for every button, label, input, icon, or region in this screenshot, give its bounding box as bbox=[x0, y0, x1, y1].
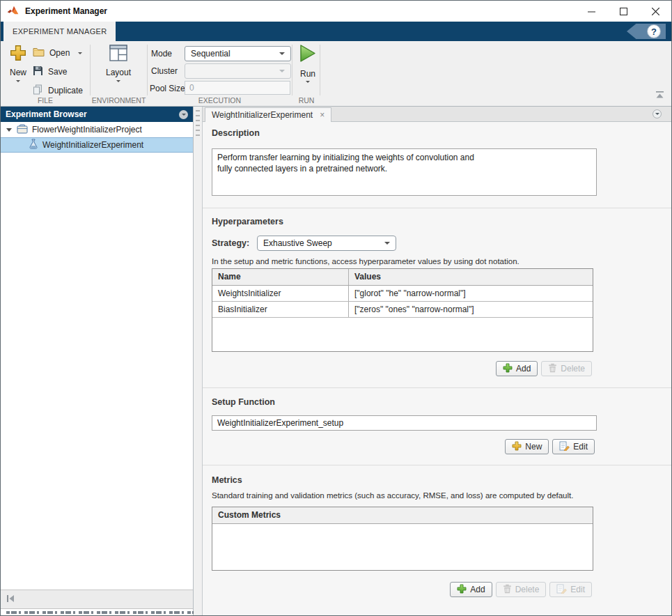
table-row[interactable]: WeightsInitializer ["glorot" "he" "narro… bbox=[212, 286, 593, 302]
experiment-browser-header: Experiment Browser bbox=[1, 107, 193, 122]
ribbon-tab-bar: EXPERIMENT MANAGER ? bbox=[1, 22, 671, 41]
save-button-label: Save bbox=[48, 67, 67, 77]
new-plus-icon bbox=[10, 45, 26, 64]
document-content: Description Perform transfer learning by… bbox=[203, 122, 671, 615]
project-name: FlowerWeightInitializerProject bbox=[32, 125, 142, 134]
maximize-button[interactable] bbox=[607, 1, 639, 22]
document-tab-label: WeightInitializerExperiment bbox=[212, 110, 313, 120]
help-icon[interactable]: ? bbox=[647, 24, 661, 38]
experiment-browser-title: Experiment Browser bbox=[6, 109, 87, 119]
splitter-grip-icon bbox=[196, 110, 200, 139]
toolbar-separator bbox=[90, 45, 91, 95]
tab-experiment-manager[interactable]: EXPERIMENT MANAGER bbox=[3, 22, 116, 41]
document-panel: WeightInitializerExperiment × Descriptio… bbox=[203, 107, 671, 615]
new-plus-icon bbox=[512, 441, 522, 453]
column-header-values[interactable]: Values bbox=[349, 269, 593, 285]
mode-value: Sequential bbox=[191, 49, 230, 59]
metrics-hint: Standard training and validation metrics… bbox=[212, 491, 573, 500]
cell-values[interactable]: ["glorot" "he" "narrow-normal"] bbox=[349, 286, 593, 301]
tree-expand-icon[interactable] bbox=[6, 128, 12, 132]
experiment-manager-window: Experiment Manager EXPERIMENT MANAGER ? … bbox=[0, 0, 672, 616]
open-button[interactable]: Open bbox=[33, 45, 82, 61]
table-header-row: Name Values bbox=[212, 269, 593, 286]
toolbar-separator bbox=[147, 45, 148, 95]
hyperparameters-heading: Hyperparameters bbox=[212, 217, 283, 226]
cluster-dropdown-icon bbox=[279, 70, 285, 72]
run-play-icon bbox=[299, 44, 317, 66]
tab-close-icon[interactable]: × bbox=[320, 111, 325, 119]
add-button-label: Add bbox=[516, 364, 531, 374]
document-menu-icon[interactable] bbox=[653, 109, 662, 118]
new-setup-function-button[interactable]: New bbox=[505, 439, 549, 454]
setup-function-heading: Setup Function bbox=[212, 397, 275, 407]
new-dropdown-icon[interactable] bbox=[16, 80, 20, 82]
toolbar-separator bbox=[320, 45, 320, 95]
hyperparameters-buttons: Add Delete bbox=[496, 361, 592, 376]
delete-metric-button: Delete bbox=[496, 582, 547, 597]
layout-button-label: Layout bbox=[106, 68, 131, 77]
description-textarea[interactable]: Perform transfer learning by initializin… bbox=[212, 148, 597, 196]
tab-weightinitializerexperiment[interactable]: WeightInitializerExperiment × bbox=[205, 107, 331, 122]
panel-splitter[interactable] bbox=[194, 107, 203, 615]
new-button[interactable]: New bbox=[6, 45, 31, 82]
cluster-select bbox=[185, 63, 291, 79]
layout-icon bbox=[109, 45, 127, 64]
tree-item-project[interactable]: FlowerWeightInitializerProject bbox=[1, 122, 193, 137]
strategy-select[interactable]: Exhaustive Sweep bbox=[257, 236, 396, 251]
collapse-ribbon-icon[interactable] bbox=[655, 89, 664, 102]
tree-item-experiment[interactable]: WeightInitializerExperiment bbox=[1, 137, 193, 153]
run-button[interactable]: Run bbox=[296, 44, 320, 83]
hyperparameters-hint: In the setup and metric functions, acces… bbox=[212, 257, 519, 265]
run-section-label: RUN bbox=[292, 96, 320, 105]
panel-menu-icon[interactable] bbox=[179, 110, 188, 119]
file-section-label: FILE bbox=[1, 96, 90, 105]
metrics-buttons: Add Delete bbox=[450, 582, 592, 597]
mode-select[interactable]: Sequential bbox=[185, 46, 291, 61]
strategy-dropdown-icon bbox=[384, 242, 390, 245]
toolstrip: New Open Save bbox=[1, 41, 671, 107]
custom-metrics-table[interactable]: Custom Metrics bbox=[212, 507, 593, 571]
edit-setup-function-button[interactable]: Edit bbox=[552, 439, 595, 454]
strategy-value: Exhaustive Sweep bbox=[263, 238, 332, 248]
matlab-logo-icon bbox=[7, 5, 19, 18]
run-button-label: Run bbox=[300, 69, 315, 79]
run-dropdown-icon[interactable] bbox=[306, 81, 310, 83]
add-metric-button[interactable]: Add bbox=[450, 582, 492, 597]
duplicate-button-label: Duplicate bbox=[48, 86, 83, 95]
hyperparameters-table[interactable]: Name Values WeightsInitializer ["glorot"… bbox=[212, 268, 593, 352]
layout-dropdown-icon[interactable] bbox=[116, 80, 120, 82]
delete-hyperparameter-button: Delete bbox=[541, 361, 592, 376]
add-hyperparameter-button[interactable]: Add bbox=[496, 361, 538, 376]
setup-function-buttons: New Edit bbox=[505, 439, 595, 454]
save-icon bbox=[33, 66, 43, 79]
add-plus-icon bbox=[457, 584, 467, 596]
browser-bottom-bar bbox=[1, 590, 193, 609]
cluster-label: Cluster bbox=[151, 66, 178, 76]
title-bar: Experiment Manager bbox=[1, 1, 671, 22]
cell-name[interactable]: BiasInitializer bbox=[212, 302, 349, 317]
section-divider bbox=[203, 208, 671, 208]
open-button-label: Open bbox=[49, 48, 70, 58]
cell-name[interactable]: WeightsInitializer bbox=[212, 286, 349, 301]
cell-values[interactable]: ["zeros" "ones" "narrow-normal"] bbox=[349, 302, 593, 317]
custom-metrics-header: Custom Metrics bbox=[212, 507, 593, 524]
metrics-heading: Metrics bbox=[212, 475, 242, 485]
main-area: Experiment Browser FlowerWeightInitializ… bbox=[1, 107, 671, 615]
execution-section-label: EXECUTION bbox=[148, 96, 292, 105]
trash-icon bbox=[503, 584, 512, 596]
minimize-button[interactable] bbox=[575, 1, 607, 22]
table-row[interactable]: BiasInitializer ["zeros" "ones" "narrow-… bbox=[212, 302, 593, 318]
collapse-panel-icon[interactable] bbox=[6, 593, 15, 606]
add-plus-icon bbox=[503, 363, 513, 375]
layout-button[interactable]: Layout bbox=[99, 45, 138, 82]
section-divider bbox=[203, 465, 671, 465]
column-header-name[interactable]: Name bbox=[212, 269, 349, 285]
close-button[interactable] bbox=[639, 1, 671, 22]
setup-function-input[interactable] bbox=[212, 415, 597, 431]
duplicate-icon bbox=[33, 84, 43, 98]
open-dropdown-icon[interactable] bbox=[78, 52, 82, 54]
save-button[interactable]: Save bbox=[33, 64, 67, 79]
window-controls bbox=[575, 1, 671, 22]
project-icon bbox=[17, 124, 28, 136]
new-button-label: New bbox=[10, 68, 26, 77]
